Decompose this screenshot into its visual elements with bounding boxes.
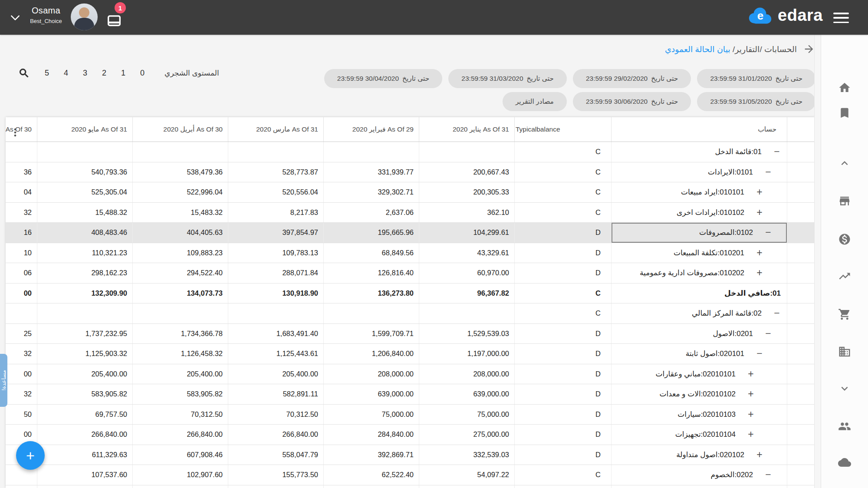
- table-row[interactable]: 01:صافي الدخلC96,367.82136,273.80130,918…: [6, 284, 815, 304]
- sidebar-item-chevron-down[interactable]: [838, 382, 851, 395]
- account-cell[interactable]: −020101:اصول ثابتة: [611, 344, 787, 364]
- table-row[interactable]: +02010101:مباني وعقاراتD208,000.00208,00…: [6, 364, 815, 385]
- tree-level-2[interactable]: 2: [102, 69, 106, 78]
- value-cell: 1,737,232.95: [37, 324, 132, 344]
- table-row[interactable]: −0101:الايراداتC200,667.43331,939.77528,…: [6, 162, 815, 183]
- collapse-minus-icon[interactable]: −: [764, 470, 772, 480]
- account-cell[interactable]: −0202:الخصوم: [611, 465, 787, 485]
- chevron-down-icon[interactable]: [10, 12, 21, 23]
- account-cell[interactable]: +010102:ايرادات اخرى: [611, 203, 787, 223]
- column-header-jan[interactable]: As Of 31 يناير 2020: [419, 117, 514, 142]
- expand-plus-icon[interactable]: +: [756, 248, 763, 258]
- table-row[interactable]: −01:قائمة الدخلC: [6, 142, 815, 162]
- help-tab[interactable]: مساعدة!: [0, 354, 7, 407]
- collapse-minus-icon[interactable]: −: [764, 228, 772, 237]
- table-row[interactable]: +02010102:الات و معداتD639,000.00639,000…: [6, 384, 815, 405]
- table-row[interactable]: +010102:ايرادات اخرىC362.102,637.068,217…: [6, 203, 815, 223]
- sidebar-item-building[interactable]: [838, 345, 851, 358]
- sidebar-item-chevron-up[interactable]: [838, 157, 851, 170]
- table-row[interactable]: +020202:خصوم متداولةC54,097.2262,522.401…: [6, 485, 815, 488]
- account-cell[interactable]: +020202:خصوم متداولة: [611, 485, 787, 488]
- expand-plus-icon[interactable]: +: [747, 429, 755, 439]
- table-row[interactable]: +020102:اصول متداولةD332,539.03392,869.7…: [6, 445, 815, 465]
- filter-chip-date[interactable]: حتى تاريخ23:59:59 31/05/2020: [697, 92, 815, 111]
- tree-level-0[interactable]: 0: [140, 69, 145, 78]
- filter-chip-date[interactable]: حتى تاريخ23:59:59 30/04/2020: [324, 69, 443, 88]
- account-cell[interactable]: −0102:المصروفات: [611, 223, 787, 243]
- collapse-minus-icon[interactable]: −: [773, 308, 781, 318]
- column-header-feb[interactable]: As Of 29 فبراير 2020: [323, 117, 419, 142]
- table-row[interactable]: +02010104:تجهيزاتD275,000.00284,840.0026…: [6, 425, 815, 445]
- table-row[interactable]: −0202:الخصومC54,097.2262,522.40155,773.5…: [6, 465, 815, 485]
- account-cell[interactable]: −0101:الايرادات: [611, 162, 787, 182]
- brand-logo[interactable]: e edara: [746, 6, 823, 25]
- filter-chip-date[interactable]: حتى تاريخ23:59:59 30/06/2020: [573, 92, 691, 111]
- table-row[interactable]: −020101:اصول ثابتةD1,197,000.001,206,840…: [6, 344, 815, 364]
- expand-plus-icon[interactable]: +: [747, 369, 755, 379]
- row-spacer-cell: [787, 425, 815, 445]
- expand-plus-icon[interactable]: +: [747, 409, 755, 419]
- hamburger-menu-icon[interactable]: [833, 13, 849, 23]
- sidebar-item-people[interactable]: [838, 420, 851, 433]
- sidebar-item-cloud[interactable]: [838, 456, 851, 469]
- filter-chip-date[interactable]: حتى تاريخ23:59:59 31/03/2020: [448, 69, 567, 88]
- expand-plus-icon[interactable]: +: [756, 208, 763, 218]
- column-header-typicalbalance[interactable]: Typicalbalance: [514, 117, 611, 142]
- kebab-menu-icon[interactable]: [9, 126, 21, 138]
- sidebar-item-bookmark[interactable]: [838, 106, 851, 119]
- add-fab-button[interactable]: +: [16, 441, 45, 470]
- breadcrumb-path: الحسابات /التقارير/: [733, 45, 797, 54]
- value-cell: 275,000.00: [419, 425, 514, 445]
- tree-level-5[interactable]: 5: [45, 69, 49, 78]
- sidebar-item-trending-up[interactable]: [838, 270, 851, 283]
- table-row[interactable]: +02010103:سياراتD75,000.0075,000.0070,31…: [6, 405, 815, 425]
- expand-plus-icon[interactable]: +: [756, 187, 763, 197]
- expand-plus-icon[interactable]: +: [756, 268, 763, 278]
- sidebar-item-dollar-circle[interactable]: [838, 233, 851, 246]
- sidebar-item-store[interactable]: [838, 195, 851, 208]
- search-icon[interactable]: [18, 67, 30, 79]
- account-cell[interactable]: +010101:ايراد مبيعات: [611, 182, 787, 202]
- collapse-minus-icon[interactable]: −: [764, 329, 772, 339]
- account-cell[interactable]: +02010102:الات و معدات: [611, 384, 787, 404]
- collapse-minus-icon[interactable]: −: [764, 167, 772, 177]
- table-row[interactable]: +010202:مصروفات ادارية وعموميةD60,970.00…: [6, 263, 815, 284]
- account-cell[interactable]: +02010103:سيارات: [611, 405, 787, 425]
- tree-level-1[interactable]: 1: [121, 69, 125, 78]
- table-row[interactable]: −0102:المصروفاتD104,299.61195,665.96397,…: [6, 223, 815, 243]
- arrow-right-icon[interactable]: [803, 43, 815, 55]
- column-header-mar[interactable]: As Of 31 مارس 2020: [228, 117, 323, 142]
- breadcrumb-current[interactable]: بيان الحالة العمودي: [665, 45, 730, 54]
- filter-chip-report-sources[interactable]: مصادر التقرير: [503, 92, 567, 111]
- sidebar-item-home[interactable]: [838, 81, 851, 94]
- table-row[interactable]: −02:قائمة المركز الماليC: [6, 303, 815, 324]
- account-cell[interactable]: −02:قائمة المركز المالي: [611, 303, 787, 323]
- filter-chip-date[interactable]: حتى تاريخ23:59:59 29/02/2020: [573, 69, 691, 88]
- avatar[interactable]: [71, 3, 98, 30]
- collapse-minus-icon[interactable]: −: [773, 147, 781, 157]
- account-cell[interactable]: +020102:اصول متداولة: [611, 445, 787, 465]
- table-row[interactable]: −0201:الاصولD1,529,539.031,599,709.711,6…: [6, 324, 815, 344]
- filter-chip-date[interactable]: حتى تاريخ23:59:59 31/01/2020: [697, 69, 815, 88]
- table-row[interactable]: +010101:ايراد مبيعاتC200,305.33329,302.7…: [6, 182, 815, 203]
- column-header-may[interactable]: As Of 31 مايو 2020: [37, 117, 132, 142]
- account-cell[interactable]: +010202:مصروفات ادارية وعمومية: [611, 263, 787, 283]
- vertical-scrollbar[interactable]: [814, 35, 821, 488]
- user-block[interactable]: Osama Best_Choice: [25, 6, 67, 24]
- column-header-apr[interactable]: As Of 30 أبريل 2020: [132, 117, 228, 142]
- account-cell[interactable]: +010201:تكلفة المبيعات: [611, 243, 787, 263]
- account-cell[interactable]: −0201:الاصول: [611, 324, 787, 344]
- tree-level-4[interactable]: 4: [64, 69, 68, 78]
- account-cell[interactable]: −01:قائمة الدخل: [611, 142, 787, 162]
- account-cell[interactable]: +02010104:تجهيزات: [611, 425, 787, 445]
- collapse-minus-icon[interactable]: −: [756, 349, 763, 359]
- column-header-account[interactable]: حساب: [611, 117, 787, 142]
- table-row[interactable]: +010201:تكلفة المبيعاتD43,329.6168,849.5…: [6, 243, 815, 264]
- account-cell[interactable]: +02010101:مباني وعقارات: [611, 364, 787, 384]
- expand-plus-icon[interactable]: +: [747, 389, 755, 399]
- sidebar-item-cart[interactable]: [838, 308, 851, 321]
- tree-level-3[interactable]: 3: [83, 69, 87, 78]
- notifications-bag-icon[interactable]: [105, 11, 123, 29]
- expand-plus-icon[interactable]: +: [756, 450, 763, 460]
- account-cell[interactable]: 01:صافي الدخل: [611, 284, 787, 303]
